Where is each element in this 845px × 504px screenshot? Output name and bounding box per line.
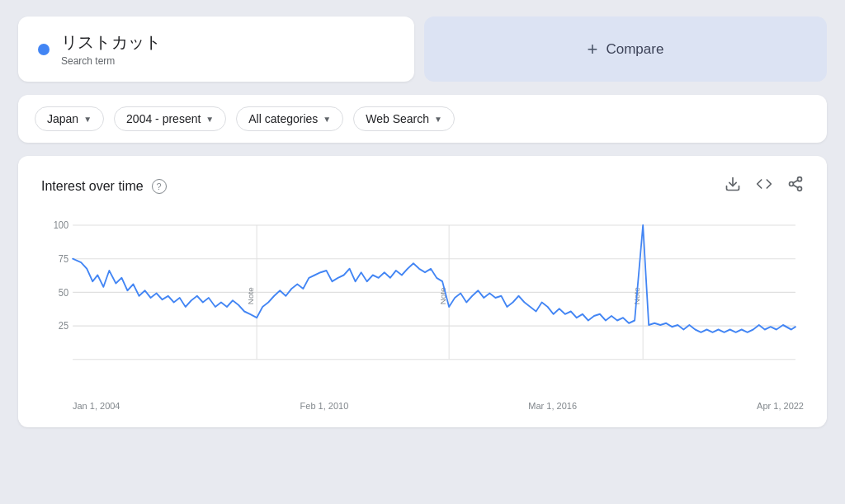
x-label-0: Jan 1, 2004 xyxy=(73,401,120,411)
compare-label: Compare xyxy=(606,41,663,58)
filter-type[interactable]: Web Search ▼ xyxy=(353,106,455,131)
svg-line-4 xyxy=(793,185,798,187)
compare-plus-icon: + xyxy=(588,40,598,59)
search-term-text: リストカット Search term xyxy=(61,31,161,67)
search-row: リストカット Search term + Compare xyxy=(18,16,827,82)
x-label-3: Apr 1, 2022 xyxy=(757,401,804,411)
x-axis-labels: Jan 1, 2004 Feb 1, 2010 Mar 1, 2016 Apr … xyxy=(41,401,804,411)
embed-icon[interactable] xyxy=(756,176,772,196)
filter-type-label: Web Search xyxy=(366,112,429,125)
chart-area: Note Note Note 100 75 50 25 xyxy=(41,216,804,398)
svg-text:Note: Note xyxy=(247,287,255,304)
trend-chart: Note Note Note 100 75 50 25 xyxy=(41,216,804,398)
share-icon[interactable] xyxy=(787,176,804,196)
search-dot xyxy=(38,44,50,55)
chevron-down-icon: ▼ xyxy=(434,115,442,124)
filter-time[interactable]: 2004 - present ▼ xyxy=(114,106,226,131)
chart-actions xyxy=(725,176,804,196)
svg-text:100: 100 xyxy=(54,220,68,231)
search-term-name: リストカット xyxy=(61,31,161,54)
svg-text:50: 50 xyxy=(59,287,68,298)
download-icon[interactable] xyxy=(725,176,741,196)
chevron-down-icon: ▼ xyxy=(323,115,331,124)
svg-text:25: 25 xyxy=(59,321,68,332)
x-label-2: Mar 1, 2016 xyxy=(528,401,577,411)
filter-category[interactable]: All categories ▼ xyxy=(236,106,343,131)
search-term-sublabel: Search term xyxy=(61,55,161,67)
search-term-card: リストカット Search term xyxy=(18,16,414,82)
chart-card: Interest over time ? xyxy=(18,156,827,427)
chevron-down-icon: ▼ xyxy=(83,115,92,124)
page-container: リストカット Search term + Compare Japan ▼ 200… xyxy=(18,16,827,427)
filter-region[interactable]: Japan ▼ xyxy=(35,106,104,131)
help-icon[interactable]: ? xyxy=(152,179,167,194)
filter-category-label: All categories xyxy=(248,112,318,125)
chart-title: Interest over time xyxy=(41,179,144,194)
svg-line-5 xyxy=(793,180,798,182)
chart-header: Interest over time ? xyxy=(41,176,804,196)
filter-row: Japan ▼ 2004 - present ▼ All categories … xyxy=(18,95,827,143)
filter-time-label: 2004 - present xyxy=(126,112,201,125)
filter-region-label: Japan xyxy=(47,112,78,125)
chart-title-row: Interest over time ? xyxy=(41,179,167,194)
compare-card[interactable]: + Compare xyxy=(424,16,827,82)
svg-text:75: 75 xyxy=(59,254,68,265)
chevron-down-icon: ▼ xyxy=(205,115,214,124)
x-label-1: Feb 1, 2010 xyxy=(300,401,349,411)
